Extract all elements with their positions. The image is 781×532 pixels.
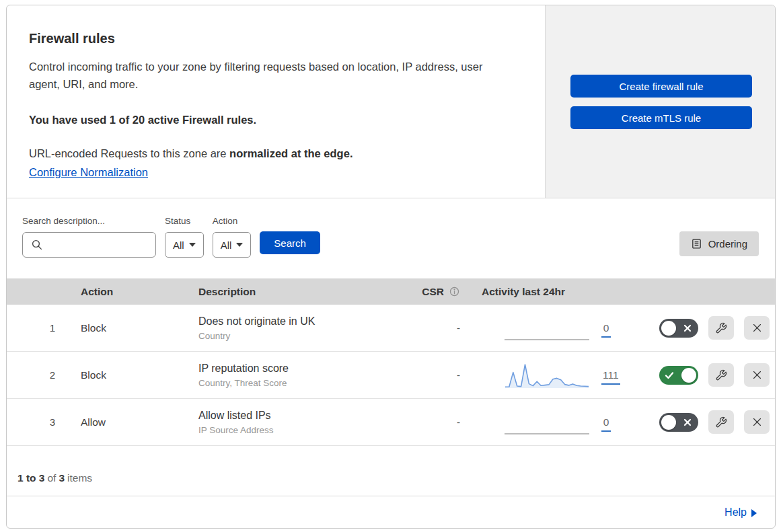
info-icon[interactable] — [449, 286, 460, 297]
configure-normalization-link[interactable]: Configure Normalization — [29, 166, 148, 178]
header-section: Firewall rules Control incoming traffic … — [7, 5, 775, 198]
search-group: Search description... — [22, 216, 156, 258]
rule-enabled-toggle[interactable] — [659, 319, 698, 338]
rule-title: IP reputation score — [198, 363, 414, 375]
rule-action: Block — [81, 369, 198, 381]
x-mark-icon — [683, 324, 692, 333]
csr-header-label: CSR — [422, 286, 444, 298]
status-label: Status — [165, 216, 204, 226]
ordering-button[interactable]: Ordering — [679, 231, 759, 256]
action-value: All — [221, 239, 232, 251]
rule-action: Allow — [81, 416, 198, 428]
help-link[interactable]: Help — [724, 506, 757, 519]
close-icon — [751, 416, 763, 428]
delete-rule-button[interactable] — [744, 316, 770, 340]
table-pagination-summary: 1 to 3 of 3 items — [7, 446, 775, 496]
action-column-header: Action — [81, 286, 198, 298]
toggle-knob — [681, 368, 696, 383]
activity-count-link[interactable]: 0 — [601, 416, 611, 432]
arrow-right-icon — [751, 509, 757, 517]
chevron-down-icon — [236, 243, 243, 247]
rule-controls — [632, 363, 775, 387]
edit-rule-button[interactable] — [708, 410, 734, 434]
search-label: Search description... — [22, 216, 156, 226]
rule-activity-cell: 0 — [464, 409, 632, 436]
firewall-rules-panel: Firewall rules Control incoming traffic … — [6, 5, 776, 529]
create-firewall-rule-button[interactable]: Create firewall rule — [570, 75, 752, 98]
rule-activity-cell: 111 — [464, 362, 632, 389]
close-icon — [751, 369, 763, 381]
range-text: 1 to 3 — [17, 472, 44, 484]
rule-title: Does not originate in UK — [198, 315, 414, 328]
status-select[interactable]: All — [165, 232, 204, 258]
status-filter-group: Status All — [165, 216, 204, 258]
rule-activity-cell: 0 — [464, 315, 632, 342]
wrench-icon — [715, 416, 727, 428]
edit-rule-button[interactable] — [708, 363, 734, 387]
flat-activity-line — [505, 339, 589, 340]
table-row: 2 Block IP reputation score Country, Thr… — [7, 352, 775, 399]
sparkline-chart — [505, 362, 589, 389]
normalization-prefix: URL-encoded Requests to this zone are — [29, 147, 229, 159]
activity-column-header: Activity last 24hr — [464, 286, 632, 298]
rule-description: Does not originate in UK Country — [198, 315, 414, 341]
x-mark-icon — [683, 418, 692, 427]
rule-priority: 2 — [7, 369, 81, 381]
items-text: items — [67, 472, 92, 484]
rule-csr: - — [414, 322, 464, 334]
rule-enabled-toggle[interactable] — [659, 366, 698, 385]
rule-controls — [632, 410, 775, 434]
rule-fields: IP Source Address — [198, 425, 414, 435]
rule-enabled-toggle[interactable] — [659, 413, 698, 432]
delete-rule-button[interactable] — [744, 410, 770, 434]
table-row: 1 Block Does not originate in UK Country… — [7, 305, 775, 352]
activity-sparkline — [505, 362, 589, 389]
rule-fields: Country, Threat Score — [198, 378, 414, 388]
of-text: of — [47, 472, 56, 484]
action-label: Action — [213, 216, 252, 226]
rule-fields: Country — [198, 331, 414, 341]
rule-priority: 3 — [7, 416, 81, 428]
check-icon — [665, 371, 674, 380]
rule-description: Allow listed IPs IP Source Address — [198, 410, 414, 435]
help-bar: Help — [7, 496, 775, 528]
wrench-icon — [715, 322, 727, 334]
rule-priority: 1 — [7, 322, 81, 334]
search-input[interactable] — [22, 232, 156, 258]
page-title: Firewall rules — [29, 31, 518, 46]
usage-summary: You have used 1 of 20 active Firewall ru… — [29, 114, 518, 126]
toggle-knob — [661, 415, 676, 430]
action-select[interactable]: All — [213, 232, 252, 258]
toggle-knob — [661, 321, 676, 336]
search-button[interactable]: Search — [260, 231, 320, 254]
delete-rule-button[interactable] — [744, 363, 770, 387]
header-text-block: Firewall rules Control incoming traffic … — [7, 5, 545, 198]
rule-csr: - — [414, 416, 464, 428]
close-icon — [751, 322, 763, 334]
chevron-down-icon — [189, 243, 196, 247]
rule-description: IP reputation score Country, Threat Scor… — [198, 363, 414, 388]
filter-bar: Search description... Status All Action … — [7, 198, 775, 278]
rule-action: Block — [81, 322, 198, 334]
actions-panel: Create firewall rule Create mTLS rule — [545, 5, 775, 198]
normalization-note: URL-encoded Requests to this zone are no… — [29, 147, 518, 160]
ordering-label: Ordering — [708, 238, 747, 250]
rule-csr: - — [414, 369, 464, 381]
table-row: 3 Allow Allow listed IPs IP Source Addre… — [7, 399, 775, 446]
activity-count-link[interactable]: 0 — [601, 322, 611, 338]
flat-activity-line — [505, 433, 589, 434]
total-text: 3 — [59, 472, 65, 484]
search-icon — [31, 239, 43, 251]
activity-sparkline-empty — [505, 409, 589, 436]
create-mtls-rule-button[interactable]: Create mTLS rule — [570, 106, 752, 129]
edit-rule-button[interactable] — [708, 316, 734, 340]
activity-count-link[interactable]: 111 — [601, 369, 620, 385]
description-column-header: Description — [198, 286, 414, 298]
page-description: Control incoming traffic to your zone by… — [29, 58, 508, 93]
rule-controls — [632, 316, 775, 340]
action-filter-group: Action All — [213, 216, 252, 258]
rule-title: Allow listed IPs — [198, 410, 414, 422]
table-header: Action Description CSR Activity last 24h… — [7, 278, 775, 305]
status-value: All — [173, 239, 184, 251]
wrench-icon — [715, 369, 727, 381]
